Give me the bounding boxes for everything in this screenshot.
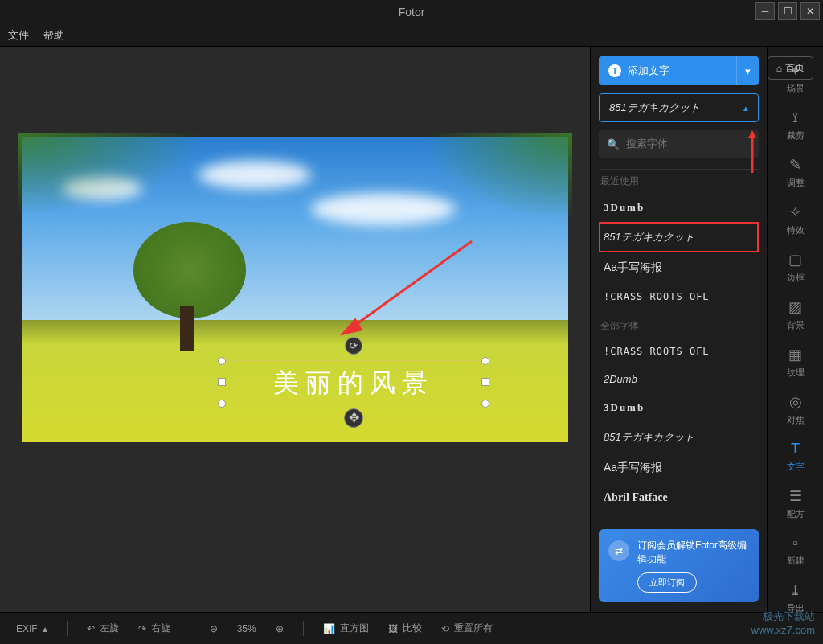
maximize-button[interactable]: ☐: [778, 2, 797, 20]
leaves-decoration: [412, 133, 572, 229]
minimize-button[interactable]: ─: [755, 2, 775, 20]
home-icon: ⌂: [776, 63, 782, 74]
compare-icon: 🖼: [388, 623, 398, 634]
canvas-image[interactable]: ⟳ 美丽的风景 ✥: [22, 137, 568, 442]
text-box[interactable]: ⟳ 美丽的风景 ✥: [221, 360, 486, 404]
rotate-right-icon: ↷: [138, 623, 146, 634]
compare-button[interactable]: 🖼比较: [388, 621, 422, 635]
reset-button[interactable]: ⟲重置所有: [441, 621, 493, 635]
font-item[interactable]: Abril Fatface: [599, 483, 759, 512]
menu-file[interactable]: 文件: [8, 28, 29, 43]
leaves-decoration: [18, 133, 219, 221]
font-item[interactable]: Aa手写海报: [599, 252, 759, 283]
annotation-arrow-canvas: [327, 233, 480, 346]
promo-box: ⇄ 订阅会员解锁Fotor高级编辑功能 立即订阅: [599, 529, 759, 602]
rotate-left-icon: ↶: [87, 623, 95, 634]
font-item[interactable]: 851テガキカクット: [599, 422, 759, 453]
tool-边框[interactable]: ▢边框: [787, 244, 805, 291]
tool-裁剪[interactable]: ⟟裁剪: [787, 102, 805, 149]
window-title: Fotor: [399, 6, 425, 18]
titlebar: Fotor ─ ☐ ✕: [0, 0, 823, 24]
tool-icon: T: [791, 441, 800, 457]
resize-handle-w[interactable]: [218, 378, 226, 386]
tool-icon: ⟟: [792, 109, 798, 126]
move-handle[interactable]: ✥: [344, 408, 363, 428]
resize-handle-se[interactable]: [481, 400, 489, 408]
tool-icon: ◎: [789, 393, 802, 411]
tool-新建[interactable]: ▫新建: [787, 527, 805, 574]
tool-特效[interactable]: ✧特效: [787, 196, 805, 244]
tool-对焦[interactable]: ◎对焦: [787, 386, 805, 433]
resize-handle-ne[interactable]: [481, 357, 489, 365]
canvas-area[interactable]: ⟳ 美丽的风景 ✥: [0, 47, 590, 612]
tool-icon: ⤓: [789, 581, 801, 599]
tool-icon: ▨: [788, 298, 802, 316]
reset-icon: ⟲: [441, 623, 449, 634]
tree: [125, 222, 254, 351]
font-item[interactable]: 2Dumb: [599, 365, 759, 393]
svg-line-0: [343, 241, 472, 334]
tool-icon: ✎: [789, 156, 801, 174]
tool-icon: ✧: [789, 203, 801, 221]
right-panel: T 添加文字 ▾ 851テガキカクット ▲ 🔍 搜索字体 最近使用 3Dumb8…: [590, 47, 767, 612]
search-icon: 🔍: [607, 138, 620, 150]
font-list[interactable]: 最近使用 3Dumb851テガキカクットAa手写海报!CRASS ROOTS O…: [599, 166, 759, 521]
font-select[interactable]: 851テガキカクット ▲: [599, 93, 759, 122]
promo-text: 订阅会员解锁Fotor高级编辑功能: [637, 539, 749, 566]
font-search-input[interactable]: 🔍 搜索字体: [599, 130, 759, 158]
resize-handle-e[interactable]: [481, 378, 489, 386]
subscribe-button[interactable]: 立即订阅: [637, 572, 697, 593]
all-fonts-label: 全部字体: [599, 314, 759, 338]
text-icon: T: [608, 64, 621, 77]
zoom-in-button[interactable]: ⊕: [276, 623, 284, 634]
font-item[interactable]: !CRASS ROOTS OFL: [599, 283, 759, 310]
svg-marker-3: [748, 130, 756, 138]
histogram-button[interactable]: 📊直方图: [323, 621, 369, 635]
tool-icon: ▦: [788, 346, 802, 363]
close-button[interactable]: ✕: [800, 2, 820, 20]
font-item[interactable]: Aa手写海报: [599, 453, 759, 483]
add-text-button[interactable]: T 添加文字 ▾: [599, 56, 759, 85]
tool-配方[interactable]: ☰配方: [787, 480, 805, 527]
right-toolbar: ✦场景⟟裁剪✎调整✧特效▢边框▨背景▦纹理◎对焦T文字☰配方▫新建⤓导出: [767, 47, 823, 612]
tool-icon: ▫: [792, 535, 797, 552]
resize-handle-nw[interactable]: [218, 357, 226, 365]
add-text-dropdown[interactable]: ▾: [736, 56, 759, 85]
recent-fonts-label: 最近使用: [599, 169, 759, 193]
tool-icon: ▢: [788, 251, 802, 269]
font-item[interactable]: !CRASS ROOTS OFL: [599, 338, 759, 365]
main-area: ⟳ 美丽的风景 ✥ T 添加文字 ▾ 851テガキカクット ▲: [0, 47, 823, 612]
menu-help[interactable]: 帮助: [43, 28, 64, 43]
font-item[interactable]: 3Dumb: [599, 193, 759, 222]
annotation-arrow-dropdown: [744, 129, 760, 177]
font-item[interactable]: 851テガキカクット: [599, 222, 759, 252]
tool-纹理[interactable]: ▦纹理: [787, 338, 805, 386]
promo-icon: ⇄: [608, 540, 629, 561]
rotate-right-button[interactable]: ↷右旋: [138, 621, 170, 635]
exif-button[interactable]: EXIF ▴: [16, 623, 47, 634]
tool-背景[interactable]: ▨背景: [787, 291, 805, 338]
zoom-level[interactable]: 35%: [237, 623, 256, 634]
caret-up-icon: ▲: [742, 104, 750, 113]
histogram-icon: 📊: [323, 623, 335, 634]
tool-导出[interactable]: ⤓导出: [787, 574, 805, 621]
font-item[interactable]: 3Dumb: [599, 393, 759, 422]
text-content[interactable]: 美丽的风景: [222, 361, 485, 405]
home-button[interactable]: ⌂ 首页: [768, 56, 813, 80]
window-controls: ─ ☐ ✕: [755, 2, 820, 20]
tool-文字[interactable]: T文字: [787, 433, 805, 480]
tool-调整[interactable]: ✎调整: [787, 149, 805, 196]
menubar: 文件 帮助: [0, 24, 823, 47]
tool-icon: ☰: [789, 487, 802, 505]
zoom-out-button[interactable]: ⊖: [210, 623, 218, 634]
bottom-bar: EXIF ▴ ↶左旋 ↷右旋 ⊖ 35% ⊕ 📊直方图 🖼比较 ⟲重置所有: [0, 612, 823, 644]
rotate-left-button[interactable]: ↶左旋: [87, 621, 119, 635]
resize-handle-sw[interactable]: [218, 400, 226, 408]
